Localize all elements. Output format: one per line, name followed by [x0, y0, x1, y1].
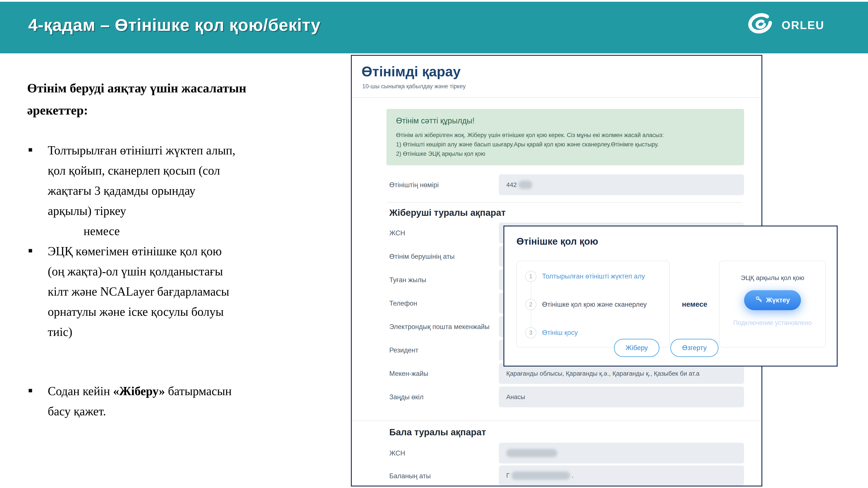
- bullet-square-icon: [29, 389, 32, 392]
- legal-representative-input[interactable]: Анасы: [499, 387, 744, 407]
- step-label-sign-and-scan: Өтінішке қол қою және сканерлеу: [542, 301, 647, 308]
- app-number-value: 442: [506, 181, 517, 189]
- redacted-blur: [519, 181, 532, 189]
- ecp-load-button-label: Жүктеу: [766, 296, 790, 304]
- field-label-address: Мекен-жайы: [389, 370, 428, 378]
- app-number-input[interactable]: 442: [499, 174, 744, 195]
- bullet-text-line: орнатулы және іске қосулы болуы: [48, 302, 344, 322]
- divider: [386, 202, 742, 202]
- list-item: Содан кейін «Жіберу» батырмасын басу қаж…: [48, 381, 344, 421]
- field-label-resident: Резидент: [389, 346, 418, 354]
- heading-line: әрекеттер:: [27, 99, 344, 121]
- child-name-value: Г: [506, 472, 510, 479]
- orleu-logo-text: ORLEU: [782, 19, 825, 32]
- orleu-logo: ORLEU: [746, 10, 825, 40]
- redacted-blur: [512, 471, 570, 480]
- or-separator: немесе: [674, 300, 715, 308]
- step-number-badge: 1: [525, 271, 536, 282]
- field-label-phone: Телефон: [389, 299, 417, 307]
- modal-title: Өтінішке қол қою: [517, 236, 598, 247]
- text-span: Содан кейін: [48, 384, 113, 398]
- bullet-text-line: қол қойып, сканерлеп қосып (сол: [48, 161, 344, 181]
- alert-title: Өтінім сәтті құрылды!: [396, 116, 735, 125]
- field-label-email: Электрондық пошта мекенжайы: [389, 323, 490, 331]
- orleu-swirl-icon: [746, 10, 775, 40]
- ecp-card-title: ЭЦҚ арқылы қол қою: [720, 274, 826, 282]
- bullet-text-line: Содан кейін «Жіберу» батырмасын: [48, 381, 344, 401]
- legal-representative-value: Анасы: [506, 393, 525, 400]
- step-row: 1 Толтырылған өтінішті жүктеп алу: [525, 271, 645, 282]
- instructions-block: Өтінім беруді аяқтау үшін жасалатын әрек…: [27, 77, 344, 421]
- field-label-applicant-name: Өтінім берушінің аты: [389, 253, 455, 260]
- page-subtitle: 10-шы сыныпқа қабылдау және тіркеу: [362, 83, 466, 90]
- redacted-blur: [506, 449, 557, 457]
- bullet-square-icon: [29, 148, 32, 152]
- list-item: Толтырылған өтінішті жүктеп алып, қол қо…: [48, 140, 344, 241]
- step-row: 2 Өтінішке қол қою және сканерлеу: [525, 299, 647, 310]
- sign-application-modal: Өтінішке қол қою 1 Толтырылған өтінішті …: [503, 226, 838, 366]
- heading-line: Өтінім беруді аяқтау үшін жасалатын: [27, 77, 344, 99]
- step-number-badge: 2: [525, 299, 536, 310]
- edit-button[interactable]: Өзгерту: [670, 339, 718, 357]
- field-label-child-name: Баланың аты: [389, 472, 431, 480]
- divider: [352, 97, 762, 98]
- text-span: батырмасын: [165, 384, 232, 398]
- connection-status-text: Подключение установлено: [720, 319, 826, 326]
- bullet-text-line: кілт және NCALayer бағдарламасы: [48, 282, 344, 302]
- list-item: ЭЦҚ көмегімен өтінішке қол қою (оң жақта…: [48, 241, 344, 342]
- alert-line: Өтінім әлі жіберілген жоқ. Жіберу үшін ө…: [396, 131, 735, 140]
- instructions-heading: Өтінім беруді аяқтау үшін жасалатын әрек…: [27, 77, 344, 121]
- submit-button[interactable]: Жіберу: [614, 339, 659, 357]
- send-word-bold: «Жіберу»: [113, 384, 165, 398]
- alert-line: 1) Өтінішті көшіріп алу және басып шығар…: [396, 140, 735, 149]
- child-name-value: .: [572, 472, 574, 479]
- bullet-text-line: Толтырылған өтінішті жүктеп алып,: [48, 140, 344, 161]
- slide-title: 4-қадам – Өтінішке қол қою/бекіту: [28, 15, 320, 35]
- step-row: 3 Өтініш қосу: [525, 327, 578, 338]
- section-heading-child: Бала туралы ақпарат: [389, 427, 486, 437]
- step-link-download-application[interactable]: Толтырылған өтінішті жүктеп алу: [542, 272, 645, 280]
- child-name-input[interactable]: Г .: [499, 465, 744, 486]
- field-label-birth-year: Туған жылы: [389, 276, 426, 284]
- manual-sign-steps-card: 1 Толтырылған өтінішті жүктеп алу 2 Өтін…: [517, 261, 670, 348]
- bullet-square-icon: [29, 249, 32, 253]
- ecp-load-button[interactable]: Жүктеу: [744, 290, 801, 310]
- page-title: Өтінімді қарау: [362, 64, 461, 79]
- bullet-text-line: тиіс): [48, 322, 344, 342]
- instructions-list: Толтырылған өтінішті жүктеп алып, қол қо…: [27, 140, 344, 421]
- address-value: Қарағанды облысы, Қарағанды қ.ә., Қараға…: [506, 370, 700, 377]
- alert-line: 2) Өтінішке ЭЦҚ арқылы қол қою: [396, 149, 735, 159]
- bullet-text-line: (оң жақта)-ол үшін қолданыстағы: [48, 261, 344, 282]
- field-label-app-number: Өтініштің нөмірі: [389, 181, 439, 189]
- child-iin-input[interactable]: [499, 443, 744, 463]
- or-word: немесе: [48, 221, 344, 241]
- bullet-text-line: ЭЦҚ көмегімен өтінішке қол қою: [48, 241, 344, 261]
- key-icon: [755, 296, 763, 305]
- bullet-text-line: басу қажет.: [48, 401, 344, 421]
- divider: [352, 421, 762, 421]
- slide-header-bar: 4-қадам – Өтінішке қол қою/бекіту ORLEU: [0, 2, 868, 53]
- step-link-attach-application[interactable]: Өтініш қосу: [542, 329, 578, 336]
- field-label-legal-representative: Заңды өкіл: [389, 393, 424, 401]
- bullet-text-line: жақтағы 3 қадамды орындау: [48, 181, 344, 201]
- section-heading-sender: Жіберуші туралы ақпарат: [389, 207, 506, 218]
- field-label-child-iin: ЖСН: [389, 449, 405, 457]
- step-number-badge: 3: [525, 327, 536, 338]
- bullet-text-line: арқылы) тіркеу: [48, 201, 344, 221]
- field-label-iin: ЖСН: [389, 229, 405, 237]
- ecp-sign-card: ЭЦҚ арқылы қол қою Жүктеу Подключение ус…: [719, 261, 826, 348]
- success-alert: Өтінім сәтті құрылды! Өтінім әлі жіберіл…: [386, 109, 744, 165]
